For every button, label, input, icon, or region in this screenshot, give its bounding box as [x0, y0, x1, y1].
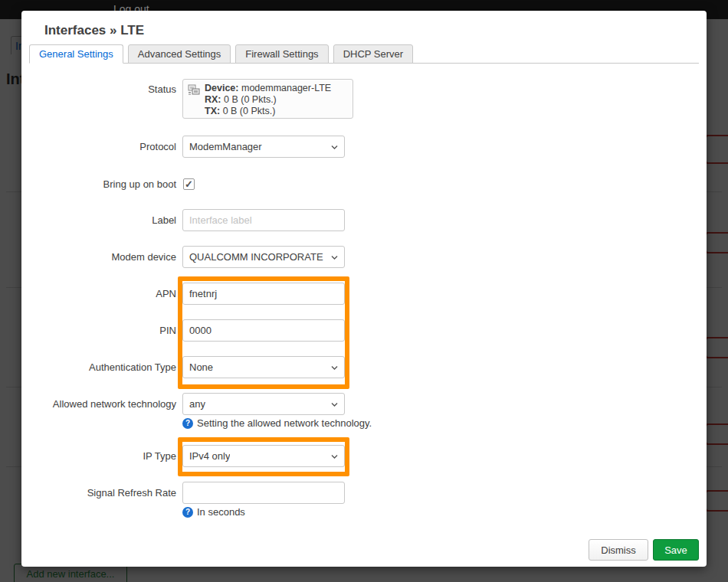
tab-general-settings[interactable]: General Settings [29, 44, 123, 64]
chevron-down-icon [330, 452, 339, 460]
apn-label: APN [21, 288, 176, 299]
chevron-down-icon [330, 253, 339, 261]
authentication-type-label: Authentication Type [21, 361, 176, 373]
protocol-value: ModemManager [189, 141, 262, 152]
ip-type-label: IP Type [21, 450, 176, 462]
chevron-down-icon [330, 400, 339, 408]
dismiss-button[interactable]: Dismiss [589, 539, 648, 561]
status-label: Status [21, 83, 176, 95]
help-text: In seconds [197, 506, 245, 518]
apn-input[interactable] [182, 283, 345, 305]
tx-value: 0 B (0 Pkts.) [223, 106, 276, 116]
tab-advanced-settings[interactable]: Advanced Settings [128, 44, 231, 64]
interface-label-label: Label [21, 214, 176, 226]
rx-key: RX: [205, 94, 221, 105]
authentication-type-value: None [189, 361, 213, 373]
save-button[interactable]: Save [653, 539, 699, 561]
modem-device-select[interactable]: QUALCOMM INCORPORATE [182, 246, 345, 268]
signal-refresh-rate-help: In seconds [182, 506, 245, 518]
network-technology-select[interactable]: any [182, 393, 345, 415]
bring-up-on-boot-label: Bring up on boot [21, 178, 176, 190]
network-technology-help: Setting the allowed network technology. [182, 417, 372, 429]
help-icon [182, 507, 193, 518]
ip-type-select[interactable]: IPv4 only [182, 445, 345, 467]
signal-refresh-rate-input[interactable] [182, 482, 345, 504]
modem-device-value: QUALCOMM INCORPORATE [189, 251, 323, 263]
device-value: modemmanager-LTE [241, 83, 331, 93]
tab-dhcp-server[interactable]: DHCP Server [333, 44, 414, 64]
status-tx-line: TX: 0 B (0 Pkts.) [205, 106, 348, 117]
status-device-line: Device: modemmanager-LTE [205, 83, 348, 94]
help-text: Setting the allowed network technology. [197, 417, 372, 429]
rx-value: 0 B (0 Pkts.) [224, 94, 277, 105]
dialog-tabs: General Settings Advanced Settings Firew… [29, 44, 413, 64]
status-rx-line: RX: 0 B (0 Pkts.) [205, 94, 348, 106]
protocol-label: Protocol [21, 141, 176, 152]
pin-label: PIN [21, 325, 176, 336]
authentication-type-select[interactable]: None [182, 356, 345, 378]
interface-edit-dialog: Interfaces » LTE General Settings Advanc… [21, 11, 707, 567]
signal-refresh-rate-label: Signal Refresh Rate [21, 487, 176, 499]
chevron-down-icon [330, 363, 339, 371]
status-box: Device: modemmanager-LTE RX: 0 B (0 Pkts… [182, 79, 353, 119]
pin-input[interactable] [182, 319, 345, 342]
dialog-title: Interfaces » LTE [44, 23, 144, 38]
interface-label-input[interactable] [182, 209, 345, 231]
help-icon [182, 418, 193, 429]
tab-firewall-settings[interactable]: Firewall Settings [235, 44, 328, 64]
device-key: Device: [205, 83, 238, 93]
bring-up-checkbox[interactable] [183, 178, 195, 190]
protocol-select[interactable]: ModemManager [182, 136, 345, 158]
modem-device-label: Modem device [21, 251, 176, 263]
tx-key: TX: [205, 106, 220, 116]
network-device-icon [188, 84, 200, 96]
chevron-down-icon [330, 142, 339, 151]
network-technology-label: Allowed network technology [21, 398, 176, 410]
network-technology-value: any [189, 398, 205, 410]
ip-type-value: IPv4 only [189, 450, 230, 462]
